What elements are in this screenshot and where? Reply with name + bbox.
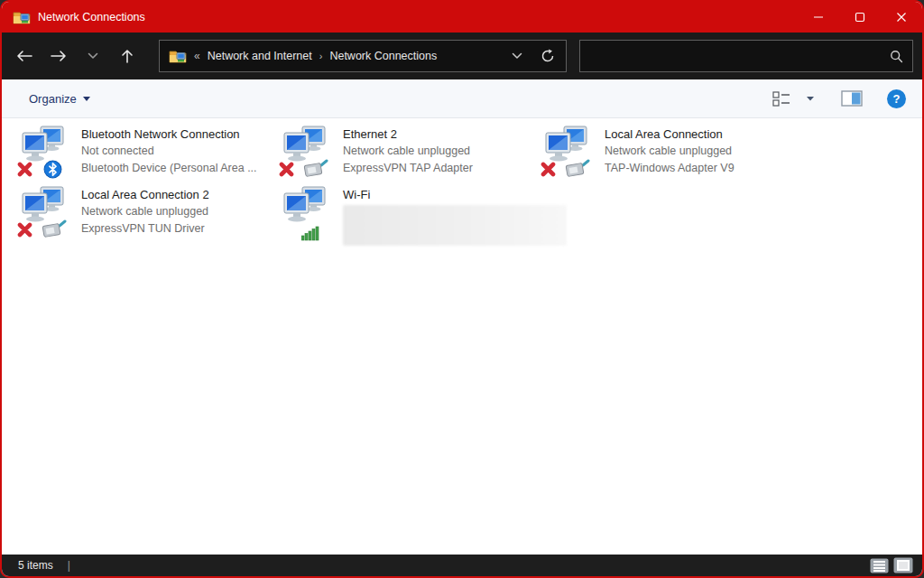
bluetooth-badge-icon [43, 160, 62, 179]
connection-name: Local Area Connection 2 [81, 186, 209, 203]
connection-status: Network cable unplugged [343, 143, 473, 160]
disconnected-x-icon [17, 162, 32, 177]
details-view-button[interactable] [870, 558, 889, 573]
connection-item-ethernet-2[interactable]: Ethernet 2 Network cable unplugged Expre… [274, 125, 545, 181]
search-input[interactable] [589, 49, 890, 63]
breadcrumb-overflow-chevron[interactable]: « [194, 50, 200, 62]
disconnected-x-icon [541, 162, 556, 177]
network-connections-window: Network Connections « Network [0, 0, 924, 578]
search-box[interactable] [579, 40, 913, 72]
network-adapter-icon [543, 125, 592, 175]
ethernet-plug-icon [565, 159, 590, 179]
close-button[interactable] [881, 2, 922, 33]
connection-item-bluetooth[interactable]: Bluetooth Network Connection Not connect… [13, 125, 283, 181]
change-view-caret-icon[interactable] [806, 96, 815, 102]
item-count-label: 5 items [18, 559, 53, 572]
recent-locations-chevron-icon[interactable] [79, 42, 106, 70]
back-button[interactable] [11, 42, 38, 70]
connection-name: Bluetooth Network Connection [81, 126, 257, 143]
connection-status: Network cable unplugged [81, 203, 209, 220]
network-adapter-icon [282, 185, 330, 236]
connection-device: TAP-Windows Adapter V9 [605, 160, 735, 177]
connection-item-local-area-2[interactable]: Local Area Connection 2 Network cable un… [13, 185, 283, 241]
connection-name: Local Area Connection [605, 126, 735, 143]
network-adapter-icon [20, 185, 69, 236]
breadcrumb-network-and-internet[interactable]: Network and Internet [208, 50, 312, 62]
refresh-icon[interactable] [541, 49, 555, 63]
breadcrumb-network-connections[interactable]: Network Connections [329, 50, 437, 62]
help-question-icon: ? [893, 92, 901, 106]
organize-caret-icon [83, 97, 90, 101]
connection-device: Bluetooth Device (Personal Area ... [81, 160, 257, 177]
organize-label: Organize [29, 92, 77, 106]
navigation-bar: « Network and Internet › Network Connect… [2, 33, 922, 79]
network-folder-icon [13, 10, 31, 24]
up-button[interactable] [114, 42, 141, 70]
search-icon[interactable] [890, 50, 903, 63]
window-title: Network Connections [38, 11, 798, 23]
network-adapter-icon [282, 125, 330, 175]
titlebar: Network Connections [2, 2, 922, 33]
address-folder-icon [169, 49, 187, 63]
connection-name: Ethernet 2 [343, 126, 473, 143]
connection-item-wifi[interactable]: Wi-Fi [274, 185, 545, 241]
ethernet-plug-icon [42, 219, 67, 239]
preview-pane-button[interactable] [838, 88, 865, 109]
breadcrumb-separator-icon: › [319, 51, 323, 61]
network-adapter-icon [20, 125, 69, 175]
large-icons-view-button[interactable] [893, 557, 913, 573]
connections-list: Bluetooth Network Connection Not connect… [2, 118, 922, 555]
connection-device: ExpressVPN TUN Driver [81, 220, 209, 238]
change-view-button[interactable] [770, 88, 793, 109]
ethernet-plug-icon [303, 159, 328, 179]
address-dropdown-chevron-icon[interactable] [512, 52, 522, 60]
forward-button[interactable] [45, 42, 72, 70]
disconnected-x-icon [17, 222, 32, 238]
address-bar[interactable]: « Network and Internet › Network Connect… [159, 40, 567, 72]
redacted-status-text [343, 205, 567, 246]
status-separator: | [68, 559, 70, 572]
status-bar: 5 items | [2, 555, 922, 576]
minimize-button[interactable] [798, 2, 839, 33]
connection-device: ExpressVPN TAP Adapter [343, 160, 473, 177]
command-toolbar: Organize ? [2, 79, 922, 118]
disconnected-x-icon [279, 162, 294, 177]
connection-item-local-area[interactable]: Local Area Connection Network cable unpl… [536, 125, 807, 181]
signal-bars-icon [301, 225, 319, 241]
connection-name: Wi-Fi [343, 186, 545, 203]
connection-status: Network cable unplugged [605, 143, 735, 160]
help-button[interactable]: ? [887, 89, 906, 108]
maximize-button[interactable] [839, 2, 881, 33]
organize-menu-button[interactable]: Organize [29, 92, 90, 106]
connection-status: Not connected [81, 143, 257, 160]
